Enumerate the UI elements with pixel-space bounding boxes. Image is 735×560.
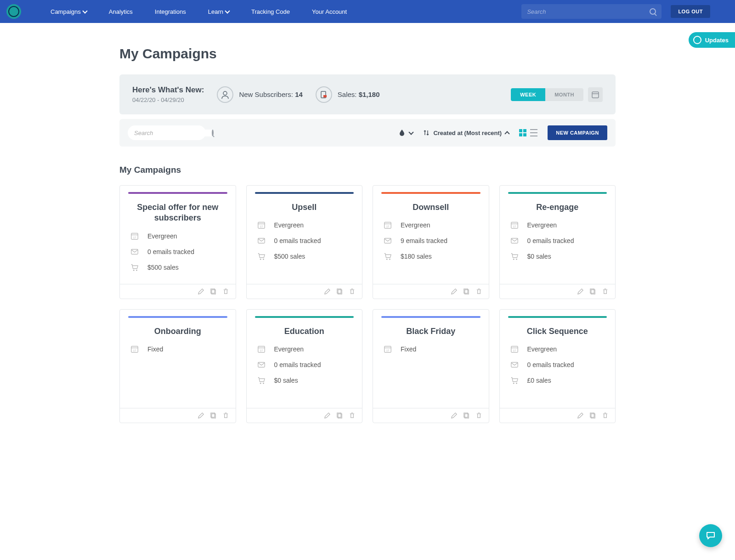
svg-rect-2: [323, 95, 327, 97]
chevron-down-icon: [82, 8, 87, 13]
grid-view-button[interactable]: [519, 129, 526, 136]
campaign-card[interactable]: Upsell17Evergreen0 emails tracked$500 sa…: [246, 185, 363, 299]
nav-learn[interactable]: Learn: [197, 8, 240, 15]
delete-button[interactable]: [222, 288, 229, 295]
edit-button[interactable]: [198, 412, 204, 419]
delete-button[interactable]: [602, 412, 609, 419]
toggle-week[interactable]: WEEK: [511, 88, 545, 101]
duplicate-button[interactable]: [210, 412, 217, 419]
campaign-type-row: 17Evergreen: [257, 217, 352, 233]
edit-button[interactable]: [577, 288, 584, 295]
duplicate-button[interactable]: [589, 412, 596, 419]
campaign-card[interactable]: Re-engage17Evergreen0 emails tracked$0 s…: [499, 185, 616, 299]
section-title: My Campaigns: [119, 165, 616, 175]
edit-button[interactable]: [198, 288, 204, 295]
edit-button[interactable]: [451, 412, 458, 419]
stat-subscribers: New Subscribers: 14: [217, 86, 302, 103]
campaign-card[interactable]: Click Sequence17Evergreen0 emails tracke…: [499, 309, 616, 423]
campaigns-search-input[interactable]: [134, 130, 212, 136]
cart-icon: [510, 252, 519, 260]
svg-rect-16: [258, 238, 264, 243]
chevron-down-icon: [409, 130, 414, 135]
campaign-title: Onboarding: [120, 318, 236, 341]
stat-sales: Sales: $1,180: [316, 86, 380, 103]
global-search[interactable]: [521, 4, 662, 19]
duplicate-button[interactable]: [336, 412, 343, 419]
svg-rect-24: [384, 238, 391, 243]
svg-text:17: 17: [260, 225, 263, 228]
duplicate-button[interactable]: [210, 288, 217, 295]
svg-point-25: [386, 259, 388, 260]
global-search-input[interactable]: [527, 8, 650, 15]
whats-new-dates: 04/22/20 - 04/29/20: [132, 96, 204, 103]
svg-text:17: 17: [386, 349, 389, 352]
delete-button[interactable]: [475, 412, 482, 419]
sort-dropdown[interactable]: Created at (Most recent): [423, 130, 509, 136]
svg-text:17: 17: [260, 349, 263, 352]
campaign-title: Upsell: [247, 194, 362, 217]
period-toggle: WEEK MONTH: [511, 88, 583, 101]
campaign-emails-row: 0 emails tracked: [510, 357, 605, 373]
svg-rect-8: [131, 249, 138, 254]
duplicate-button[interactable]: [463, 288, 470, 295]
svg-point-0: [223, 91, 227, 95]
campaign-card[interactable]: Black Friday17Fixed: [373, 309, 489, 423]
svg-point-26: [389, 259, 390, 260]
delete-button[interactable]: [602, 288, 609, 295]
delete-button[interactable]: [475, 288, 482, 295]
card-actions: [373, 408, 489, 423]
app-logo[interactable]: [6, 4, 21, 19]
calendar-icon: [592, 91, 599, 98]
nav-your-account[interactable]: Your Account: [301, 8, 358, 15]
nav-items: CampaignsAnalyticsIntegrationsLearnTrack…: [40, 8, 358, 15]
campaigns-search[interactable]: [128, 125, 206, 140]
nav-tracking-code[interactable]: Tracking Code: [240, 8, 301, 15]
nav-integrations[interactable]: Integrations: [144, 8, 197, 15]
delete-button[interactable]: [349, 412, 356, 419]
campaign-card[interactable]: Downsell17Evergreen9 emails tracked$180 …: [373, 185, 489, 299]
campaign-sales-row: $180 sales: [383, 249, 479, 264]
svg-point-10: [136, 270, 137, 271]
toggle-month[interactable]: MONTH: [545, 88, 583, 101]
nav-analytics[interactable]: Analytics: [98, 8, 144, 15]
svg-point-9: [133, 270, 135, 271]
campaign-emails-row: 0 emails tracked: [257, 357, 352, 373]
card-actions: [247, 408, 362, 423]
duplicate-button[interactable]: [336, 288, 343, 295]
campaign-type-row: 17Evergreen: [383, 217, 479, 233]
filter-dropdown[interactable]: [398, 129, 413, 136]
svg-point-17: [260, 259, 261, 260]
campaign-card[interactable]: Onboarding17Fixed: [119, 309, 236, 423]
new-campaign-button[interactable]: NEW CAMPAIGN: [548, 125, 607, 140]
nav-campaigns[interactable]: Campaigns: [40, 8, 98, 15]
campaign-card[interactable]: Special offer for new subscribers17Everg…: [119, 185, 236, 299]
card-actions: [500, 284, 616, 299]
campaigns-grid: Special offer for new subscribers17Everg…: [119, 185, 616, 423]
calendar-button[interactable]: [588, 87, 603, 102]
svg-point-46: [260, 383, 261, 384]
email-icon: [510, 237, 519, 245]
edit-button[interactable]: [577, 412, 584, 419]
duplicate-button[interactable]: [589, 288, 596, 295]
edit-button[interactable]: [451, 288, 458, 295]
calendar-icon: 17: [510, 221, 519, 229]
sort-icon: [423, 130, 430, 136]
edit-button[interactable]: [324, 412, 331, 419]
cart-icon: [383, 252, 392, 260]
list-view-button[interactable]: [530, 129, 537, 136]
duplicate-button[interactable]: [463, 412, 470, 419]
svg-rect-32: [511, 238, 517, 243]
sort-label: Created at (Most recent): [433, 130, 502, 136]
calendar-icon: 17: [383, 221, 392, 229]
calendar-icon: 17: [257, 221, 266, 229]
campaign-card[interactable]: Education17Evergreen0 emails tracked$0 s…: [246, 309, 363, 423]
edit-button[interactable]: [324, 288, 331, 295]
delete-button[interactable]: [349, 288, 356, 295]
campaign-title: Downsell: [373, 194, 489, 217]
campaign-title: Click Sequence: [500, 318, 616, 341]
card-actions: [120, 408, 236, 423]
calendar-icon: 17: [383, 345, 392, 353]
delete-button[interactable]: [222, 412, 229, 419]
updates-button[interactable]: Updates: [689, 32, 735, 48]
logout-button[interactable]: LOG OUT: [671, 5, 710, 18]
